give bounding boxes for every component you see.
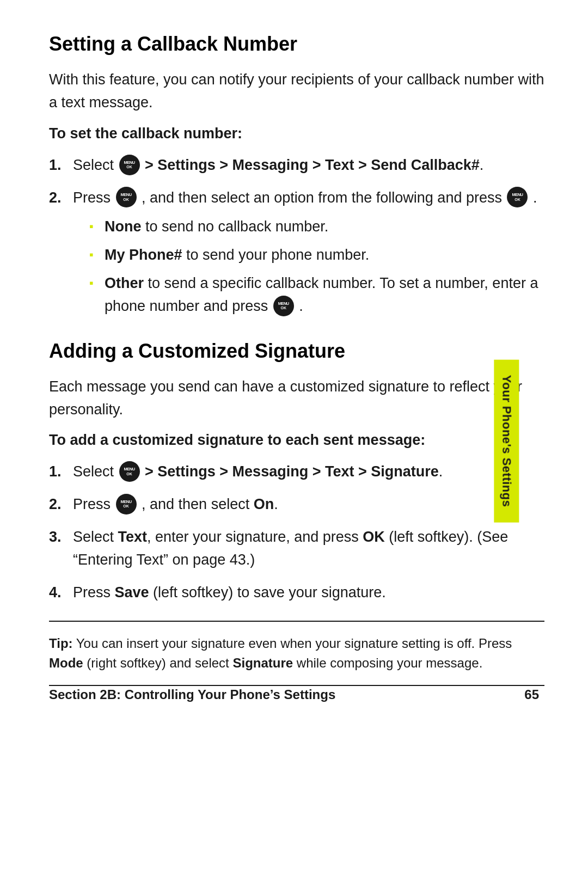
section2-instruction: To add a customized signature to each se… (49, 432, 544, 449)
section2-title: Adding a Customized Signature (49, 340, 544, 363)
section2-step2: 2. Press MENU OK , and then select On. (49, 493, 544, 516)
section1-step2: 2. Press MENU OK , and then select an op… (49, 187, 544, 318)
section2-body: Each message you send can have a customi… (49, 376, 544, 421)
step-num: 2. (49, 493, 62, 516)
side-tab: Your Phone's Settings (494, 360, 519, 523)
section2-step4: 4. Press Save (left softkey) to save you… (49, 581, 544, 604)
step-num: 2. (49, 187, 62, 210)
step-num: 1. (49, 461, 62, 483)
footer: Section 2B: Controlling Your Phone’s Set… (0, 687, 588, 702)
section2-step3: 3. Select Text, enter your signature, an… (49, 526, 544, 572)
section1-bullets: None to send no callback number. My Phon… (89, 216, 544, 317)
menu-icon-6: MENU OK (116, 494, 137, 514)
step1b-path: > Settings > Messaging > Text > Signatur… (145, 463, 439, 480)
menu-icon-4: MENU OK (273, 296, 294, 316)
footer-left: Section 2B: Controlling Your Phone’s Set… (49, 687, 335, 702)
footer-page: 65 (524, 687, 539, 702)
section2-steps: 1. Select MENU OK > Settings > Messaging… (49, 461, 544, 604)
section1-title: Setting a Callback Number (49, 33, 544, 56)
tip-text: You can insert your signature even when … (49, 636, 512, 670)
tip-box: Tip: You can insert your signature even … (49, 621, 544, 686)
step1-path: > Settings > Messaging > Text > Send Cal… (145, 157, 480, 173)
section1-steps: 1. Select MENU OK > Settings > Messaging… (49, 154, 544, 318)
step-num: 4. (49, 581, 62, 604)
step-num: 3. (49, 526, 62, 549)
menu-icon-2: MENU OK (116, 187, 137, 207)
tip-label: Tip: (49, 636, 73, 651)
menu-icon-1: MENU OK (119, 155, 140, 175)
bullet-none: None to send no callback number. (89, 216, 544, 238)
bullet-myphone: My Phone# to send your phone number. (89, 244, 544, 267)
bullet-other: Other to send a specific callback number… (89, 272, 544, 318)
section1-body: With this feature, you can notify your r… (49, 69, 544, 114)
step-num: 1. (49, 154, 62, 177)
section1-step1: 1. Select MENU OK > Settings > Messaging… (49, 154, 544, 177)
section2-step1: 1. Select MENU OK > Settings > Messaging… (49, 461, 544, 483)
section1-instruction: To set the callback number: (49, 125, 544, 142)
menu-icon-3: MENU OK (507, 187, 528, 207)
menu-icon-5: MENU OK (119, 461, 140, 482)
